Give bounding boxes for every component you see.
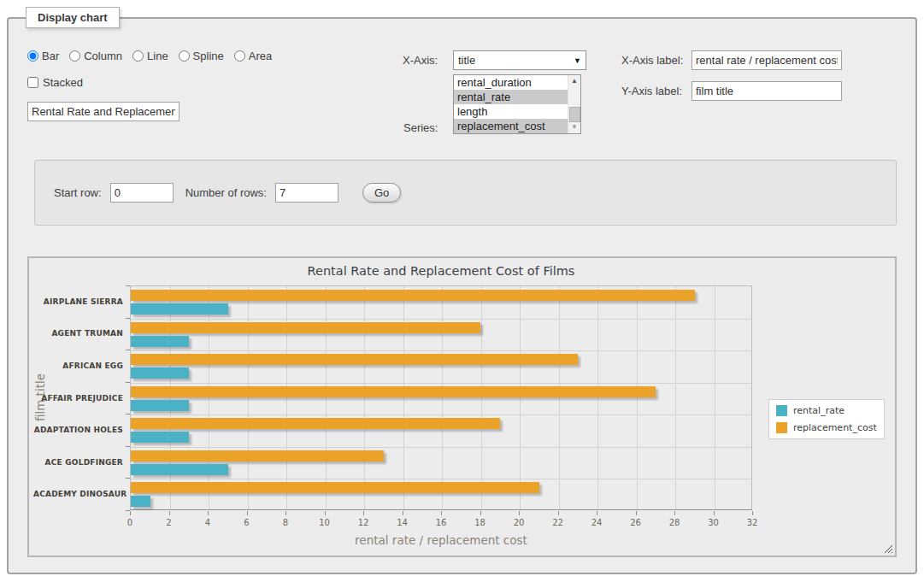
x-tick-mark: [441, 511, 442, 515]
x-tick-label: 6: [234, 518, 260, 527]
chart-type-radio-label: Spline: [193, 50, 224, 62]
resize-handle-icon[interactable]: [882, 543, 892, 553]
y-tick-mark: [126, 285, 130, 286]
grid-vline: [364, 286, 365, 509]
grid-hline: [131, 414, 751, 415]
bar-rental_rate: [131, 367, 189, 379]
x-axis-select[interactable]: title ▼: [453, 50, 586, 70]
x-tick-label: 12: [350, 518, 376, 527]
num-rows-input[interactable]: [275, 183, 338, 203]
bar-replacement_cost: [131, 290, 695, 301]
series-option-rental_duration[interactable]: rental_duration: [454, 75, 568, 90]
x-tick-mark: [752, 511, 753, 515]
y-axis-label-caption: Y-Axis label:: [621, 85, 682, 97]
bar-replacement_cost: [131, 322, 480, 333]
chart-container: Rental Rate and Replacement Cost of Film…: [27, 256, 897, 557]
x-tick-label: 4: [195, 518, 221, 527]
category-label: AGENT TRUMAN: [33, 329, 123, 338]
x-tick-label: 24: [584, 518, 609, 527]
grid-vline: [326, 286, 327, 509]
y-tick-mark: [126, 478, 130, 479]
x-tick-label: 0: [117, 518, 143, 527]
y-tick-mark: [126, 510, 130, 511]
chart-type-radio-label: Column: [84, 50, 122, 62]
x-tick-label: 2: [156, 518, 182, 527]
chart-type-option-area[interactable]: Area: [234, 50, 272, 62]
stacked-checkbox[interactable]: [27, 77, 38, 88]
series-option-length[interactable]: length: [454, 104, 568, 119]
rows-panel: Start row: Number of rows: Go: [34, 160, 897, 226]
scroll-up-icon[interactable]: ▲: [568, 75, 580, 87]
x-tick-mark: [130, 511, 131, 515]
series-listbox-scrollbar[interactable]: ▲ ▼: [568, 75, 580, 133]
x-tick-mark: [674, 511, 675, 515]
chart-type-radio-column[interactable]: [69, 50, 80, 62]
legend-swatch-rental_rate: [776, 405, 787, 416]
x-tick-mark: [558, 511, 559, 515]
x-tick-label: 18: [468, 518, 493, 527]
series-listbox[interactable]: rental_durationrental_ratelengthreplacem…: [453, 74, 581, 134]
grid-vline: [715, 286, 715, 509]
chart-type-option-spline[interactable]: Spline: [179, 50, 224, 62]
legend-label: rental_rate: [793, 405, 845, 416]
chart-type-radio-line[interactable]: [132, 50, 144, 62]
series-select-label: Series:: [403, 121, 438, 134]
bar-replacement_cost: [131, 386, 656, 397]
y-axis-label-input[interactable]: [692, 81, 842, 101]
x-tick-label: 8: [273, 518, 298, 527]
chart-legend: rental_ratereplacement_cost: [768, 399, 885, 439]
x-tick-mark: [519, 511, 520, 515]
category-label: AIRPLANE SIERRA: [33, 297, 123, 306]
stacked-checkbox-row[interactable]: Stacked: [27, 76, 83, 89]
x-tick-label: 10: [312, 518, 338, 527]
scrollbar-thumb[interactable]: [569, 107, 580, 122]
grid-vline: [675, 286, 676, 509]
grid-hline: [131, 447, 751, 448]
grid-hline: [131, 319, 751, 320]
series-option-rental_rate[interactable]: rental_rate: [454, 90, 568, 104]
x-axis-selected-value: title: [458, 54, 475, 67]
start-row-label: Start row:: [54, 186, 102, 199]
chart-type-option-line[interactable]: Line: [132, 50, 168, 62]
chart-title-input[interactable]: [27, 102, 180, 121]
x-tick-mark: [285, 511, 286, 515]
x-axis-label-input[interactable]: [692, 50, 842, 70]
chart-type-radio-bar[interactable]: [27, 50, 38, 62]
page: Display chart BarColumnLineSplineArea St…: [0, 0, 924, 582]
x-tick-mark: [208, 511, 209, 515]
legend-swatch-replacement_cost: [776, 422, 787, 433]
x-tick-label: 20: [506, 518, 532, 527]
chart-type-radio-label: Line: [147, 50, 168, 62]
go-button[interactable]: Go: [362, 183, 401, 203]
category-label: AFFAIR PREJUDICE: [33, 394, 123, 403]
chart-title: Rental Rate and Replacement Cost of Film…: [130, 264, 752, 278]
bar-replacement_cost: [131, 418, 500, 429]
grid-vline: [209, 286, 209, 509]
start-row-input[interactable]: [110, 183, 174, 203]
x-tick-mark: [403, 511, 403, 515]
bar-rental_rate: [131, 496, 150, 507]
x-tick-label: 26: [623, 518, 649, 527]
x-tick-mark: [247, 511, 248, 515]
legend-item: replacement_cost: [776, 422, 877, 433]
x-tick-mark: [363, 511, 364, 515]
grid-vline: [597, 286, 598, 509]
grid-vline: [520, 286, 521, 509]
x-tick-mark: [480, 511, 481, 515]
series-option-replacement_cost[interactable]: replacement_cost: [454, 119, 568, 133]
bar-rental_rate: [131, 400, 189, 411]
bar-replacement_cost: [131, 354, 578, 365]
category-label: AFRICAN EGG: [33, 362, 123, 370]
x-tick-mark: [597, 511, 597, 515]
bar-rental_rate: [131, 303, 228, 315]
x-tick-label: 16: [428, 518, 454, 527]
legend-item: rental_rate: [776, 405, 877, 416]
chart-type-radio-spline[interactable]: [179, 50, 190, 62]
scroll-down-icon[interactable]: ▼: [568, 121, 580, 133]
chart-type-radio-area[interactable]: [234, 50, 245, 62]
category-label: ADAPTATION HOLES: [33, 426, 123, 434]
chart-type-option-column[interactable]: Column: [69, 50, 122, 62]
rows-panel-inner: Start row: Number of rows: Go: [54, 183, 401, 203]
chart-type-option-bar[interactable]: Bar: [27, 50, 59, 62]
y-tick-mark: [126, 350, 130, 350]
